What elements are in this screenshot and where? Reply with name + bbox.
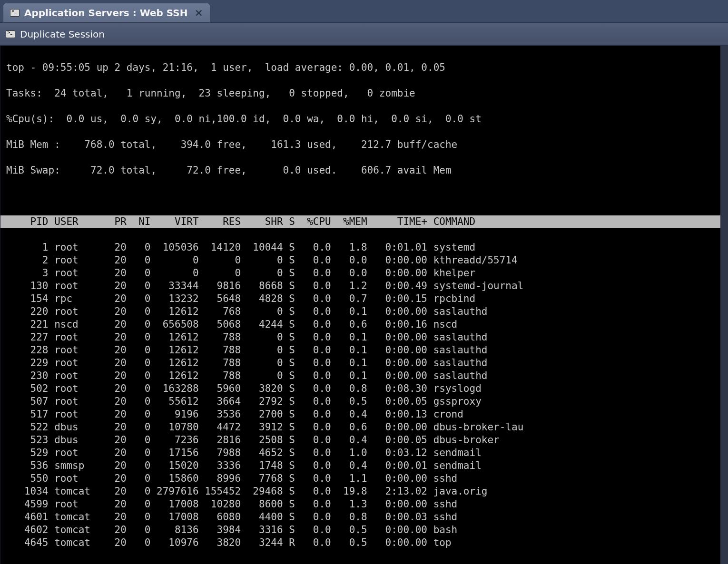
process-row: 130 root 20 0 33344 9816 8668 S 0.0 1.2 … — [0, 280, 728, 292]
process-row: 523 dbus 20 0 7236 2816 2508 S 0.0 0.4 0… — [0, 434, 728, 447]
process-row: 550 root 20 0 15860 8996 7768 S 0.0 1.1 … — [0, 472, 728, 485]
process-row: 230 root 20 0 12612 788 0 S 0.0 0.1 0:00… — [0, 370, 728, 382]
terminal-icon — [10, 9, 20, 17]
duplicate-session-button[interactable]: Duplicate Session — [20, 29, 105, 40]
blank-line — [0, 190, 728, 203]
process-row: 4599 root 20 0 17008 10280 8600 S 0.0 1.… — [0, 498, 728, 511]
top-summary-line: top - 09:55:05 up 2 days, 21:16, 1 user,… — [0, 61, 728, 74]
process-row: 2 root 20 0 0 0 0 S 0.0 0.0 0:00.00 kthr… — [0, 254, 728, 267]
process-row: 3 root 20 0 0 0 0 S 0.0 0.0 0:00.00 khel… — [0, 267, 728, 280]
process-row: 536 smmsp 20 0 15020 3336 1748 S 0.0 0.4… — [0, 459, 728, 472]
process-row: 4645 tomcat 20 0 10976 3820 3244 R 0.0 0… — [0, 536, 728, 549]
terminal-output[interactable]: top - 09:55:05 up 2 days, 21:16, 1 user,… — [0, 46, 728, 564]
terminal-icon — [6, 30, 15, 38]
process-row: 507 root 20 0 55612 3664 2792 S 0.0 0.5 … — [0, 395, 728, 408]
top-swap-line: MiB Swap: 72.0 total, 72.0 free, 0.0 use… — [0, 164, 728, 177]
top-cpu-line: %Cpu(s): 0.0 us, 0.0 sy, 0.0 ni,100.0 id… — [0, 113, 728, 126]
process-row: 4601 tomcat 20 0 17008 6080 4400 S 0.0 0… — [0, 511, 728, 524]
close-icon[interactable]: × — [195, 8, 203, 18]
process-row: 229 root 20 0 12612 788 0 S 0.0 0.1 0:00… — [0, 357, 728, 370]
process-row: 4602 tomcat 20 0 8136 3984 3316 S 0.0 0.… — [0, 524, 728, 536]
process-row: 529 root 20 0 17156 7988 4652 S 0.0 1.0 … — [0, 447, 728, 459]
top-header-row: PID USER PR NI VIRT RES SHR S %CPU %MEM … — [0, 215, 728, 228]
process-row: 154 rpc 20 0 13232 5648 4828 S 0.0 0.7 0… — [0, 292, 728, 305]
tab-web-ssh[interactable]: Application Servers : Web SSH × — [3, 3, 210, 22]
top-tasks-line: Tasks: 24 total, 1 running, 23 sleeping,… — [0, 87, 728, 100]
top-mem-line: MiB Mem : 768.0 total, 394.0 free, 161.3… — [0, 138, 728, 151]
process-row: 1034 tomcat 20 0 2797616 155452 29468 S … — [0, 485, 728, 498]
process-row: 221 nscd 20 0 656508 5068 4244 S 0.0 0.6… — [0, 318, 728, 331]
tab-title: Application Servers : Web SSH — [24, 7, 188, 19]
process-row: 517 root 20 0 9196 3536 2700 S 0.0 0.4 0… — [0, 408, 728, 421]
process-row: 227 root 20 0 12612 788 0 S 0.0 0.1 0:00… — [0, 331, 728, 344]
toolbar: Duplicate Session — [0, 23, 728, 46]
process-row: 502 root 20 0 163288 5960 3820 S 0.0 0.8… — [0, 382, 728, 395]
process-row: 220 root 20 0 12612 768 0 S 0.0 0.1 0:00… — [0, 305, 728, 318]
scrollbar[interactable] — [720, 46, 728, 564]
tab-strip: Application Servers : Web SSH × — [0, 0, 728, 23]
process-row: 522 dbus 20 0 10780 4472 3912 S 0.0 0.6 … — [0, 421, 728, 434]
process-row: 1 root 20 0 105036 14120 10044 S 0.0 1.8… — [0, 241, 728, 254]
process-row: 228 root 20 0 12612 788 0 S 0.0 0.1 0:00… — [0, 344, 728, 357]
